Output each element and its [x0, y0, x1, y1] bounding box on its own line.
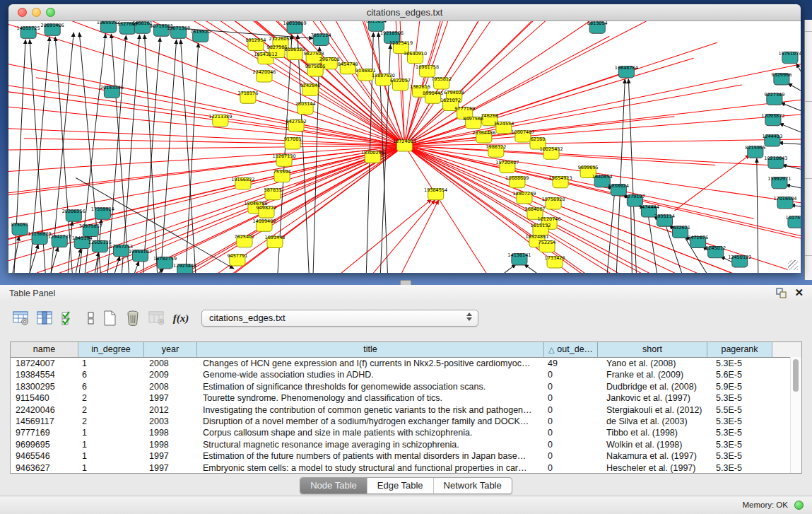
- table-body[interactable]: 1872400712008Changes of HCN gene express…: [11, 358, 801, 474]
- table-cell[interactable]: 1997: [144, 392, 197, 404]
- new-table-icon[interactable]: [100, 309, 119, 327]
- table-cell[interactable]: 1998: [144, 427, 197, 438]
- table-cell[interactable]: 22420046: [11, 404, 78, 416]
- table-row[interactable]: 2242004622012Investigating the contribut…: [11, 404, 801, 416]
- table-cell[interactable]: 9699695: [11, 439, 78, 450]
- table-cell[interactable]: 5.3E-5: [707, 462, 772, 474]
- table-cell[interactable]: 0: [544, 392, 598, 404]
- table-cell[interactable]: Estimation of the future numbers of pati…: [197, 450, 544, 462]
- table-cell[interactable]: Hescheler et al. (1997): [598, 462, 707, 474]
- table-cell[interactable]: 9463627: [11, 462, 78, 474]
- row-height-icon[interactable]: [82, 309, 100, 327]
- table-cell[interactable]: Tibbo et al. (1998): [598, 427, 707, 438]
- table-cell[interactable]: de Silva et al. (2003): [598, 416, 707, 427]
- table-cell[interactable]: 18724007: [11, 358, 78, 369]
- table-cell[interactable]: 1: [78, 450, 144, 462]
- table-cell[interactable]: 0: [544, 369, 598, 380]
- table-cell[interactable]: Investigating the contribution of common…: [197, 404, 544, 416]
- column-header-out_de[interactable]: △out_de…: [544, 342, 598, 357]
- table-cell[interactable]: 2: [78, 404, 144, 416]
- network-canvas[interactable]: 1872400784275521221338927181762342004616…: [8, 21, 801, 273]
- table-row[interactable]: 946362711997Embryonic stem cells: a mode…: [11, 462, 801, 474]
- table-cell[interactable]: 1: [78, 439, 144, 450]
- table-cell[interactable]: 5.3E-5: [707, 439, 772, 450]
- network-graph[interactable]: 1872400784275521221338927181762342004616…: [8, 21, 801, 273]
- close-window-button[interactable]: [18, 8, 27, 17]
- table-cell[interactable]: Estimation of significance thresholds fo…: [197, 381, 544, 392]
- delete-table-icon[interactable]: [124, 309, 142, 327]
- column-header-title[interactable]: title: [197, 342, 544, 357]
- table-cell[interactable]: 0: [544, 416, 598, 427]
- table-cell[interactable]: Dudbridge et al. (2008): [598, 381, 707, 392]
- tab-node-table[interactable]: Node Table: [300, 478, 367, 493]
- table-cell[interactable]: 9465546: [11, 450, 78, 462]
- table-row[interactable]: 1830029562008Estimation of significance …: [11, 381, 801, 392]
- tab-network-table[interactable]: Network Table: [433, 478, 512, 493]
- minimize-window-button[interactable]: [32, 8, 41, 17]
- table-cell[interactable]: 49: [544, 358, 598, 369]
- table-cell[interactable]: 5.3E-5: [707, 427, 772, 438]
- table-row[interactable]: 1456911722003Disruption of a novel membe…: [11, 416, 801, 427]
- column-header-pagerank[interactable]: pagerank: [707, 342, 772, 357]
- table-cell[interactable]: 2: [78, 392, 144, 404]
- float-window-icon[interactable]: [776, 288, 787, 298]
- table-cell[interactable]: Structural magnetic resonance image aver…: [197, 439, 544, 450]
- scrollbar-thumb[interactable]: [793, 359, 799, 392]
- table-cell[interactable]: Yano et al. (2008): [598, 358, 707, 369]
- table-cell[interactable]: 2008: [144, 358, 197, 369]
- column-header-name[interactable]: name: [11, 342, 78, 357]
- table-row[interactable]: 969969511998Structural magnetic resonanc…: [11, 439, 801, 450]
- table-row[interactable]: 946554611997Estimation of the future num…: [11, 450, 801, 462]
- table-cell[interactable]: Tourette syndrome. Phenomenology and cla…: [197, 392, 544, 404]
- table-cell[interactable]: 5.3E-5: [707, 450, 772, 462]
- table-cell[interactable]: 0: [544, 427, 598, 438]
- table-cell[interactable]: 5.3E-5: [707, 416, 772, 427]
- table-cell[interactable]: 2: [78, 416, 144, 427]
- close-panel-icon[interactable]: ✕: [794, 286, 804, 299]
- table-cell[interactable]: Corpus callosum shape and size in male p…: [197, 427, 544, 438]
- table-cell[interactable]: 18300295: [11, 381, 78, 392]
- table-row[interactable]: 1872400712008Changes of HCN gene express…: [11, 358, 801, 369]
- table-selector-dropdown[interactable]: citations_edges.txt: [201, 310, 478, 327]
- table-cell[interactable]: 9115460: [11, 392, 78, 404]
- table-cell[interactable]: 0: [544, 462, 598, 474]
- table-cell[interactable]: 5.3E-5: [707, 392, 772, 404]
- table-cell[interactable]: Jankovic et al. (1997): [598, 392, 707, 404]
- table-cell[interactable]: 1: [78, 427, 144, 438]
- table-cell[interactable]: 5.5E-5: [707, 404, 772, 416]
- table-cell[interactable]: Embryonic stem cells: a model to study s…: [197, 462, 544, 474]
- resize-grip-icon[interactable]: [788, 260, 798, 270]
- table-cell[interactable]: 5.9E-5: [707, 381, 772, 392]
- table-cell[interactable]: 1997: [144, 462, 197, 474]
- network-window[interactable]: citations_edges.txt 18724007842755212213…: [8, 4, 801, 273]
- column-select-icon[interactable]: [35, 309, 54, 327]
- table-cell[interactable]: 2009: [144, 369, 197, 380]
- table-row[interactable]: 1938455462009Genome-wide association stu…: [11, 369, 801, 380]
- table-cell[interactable]: 1998: [144, 439, 197, 450]
- table-header-row[interactable]: namein_degreeyeartitle△out_de…shortpager…: [11, 342, 801, 358]
- table-cell[interactable]: 5.6E-5: [707, 369, 772, 380]
- table-cell[interactable]: 5.3E-5: [707, 358, 772, 369]
- table-cell[interactable]: 1: [78, 462, 144, 474]
- show-columns-icon[interactable]: [59, 309, 78, 327]
- table-cell[interactable]: 1997: [144, 450, 197, 462]
- table-cell[interactable]: 14569117: [11, 416, 78, 427]
- column-header-year[interactable]: year: [144, 342, 197, 357]
- table-cell[interactable]: 2003: [144, 416, 197, 427]
- table-cell[interactable]: Wolkin et al. (1998): [598, 439, 707, 450]
- table-cell[interactable]: Disruption of a novel member of a sodium…: [197, 416, 544, 427]
- zoom-window-button[interactable]: [46, 8, 55, 17]
- table-cell[interactable]: 0: [544, 381, 598, 392]
- column-header-short[interactable]: short: [598, 342, 707, 357]
- table-settings-icon[interactable]: [11, 309, 30, 327]
- table-cell[interactable]: 19384554: [11, 369, 78, 380]
- function-builder-icon[interactable]: f(x): [172, 309, 190, 327]
- column-header-in_degree[interactable]: in_degree: [78, 342, 144, 357]
- table-cell[interactable]: Changes of HCN gene expression and I(f) …: [197, 358, 544, 369]
- network-window-titlebar[interactable]: citations_edges.txt: [8, 4, 801, 21]
- table-cell[interactable]: Nakamura et al. (1997): [598, 450, 707, 462]
- table-cell[interactable]: 1: [78, 358, 144, 369]
- vertical-scrollbar[interactable]: [790, 357, 801, 473]
- table-cell[interactable]: 2012: [144, 404, 197, 416]
- table-cell[interactable]: 6: [78, 369, 144, 380]
